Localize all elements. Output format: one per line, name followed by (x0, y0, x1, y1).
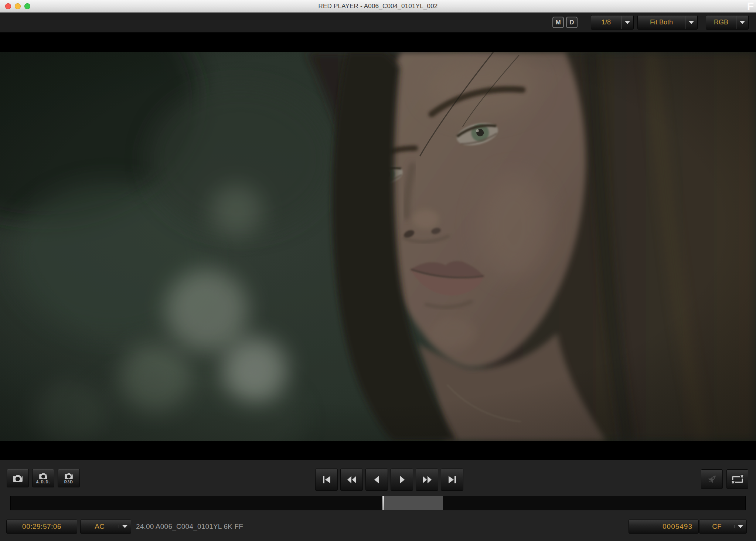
snapshot-r3d-label: R3D (64, 480, 74, 484)
skip-to-start-icon (322, 476, 331, 484)
rewind-button[interactable] (340, 469, 363, 491)
timeline-playhead[interactable] (382, 496, 384, 510)
timecode-mode-arrow-button[interactable] (119, 525, 131, 528)
media-type-arrow-button[interactable] (734, 525, 746, 528)
fit-mode-dropdown[interactable]: Fit Both (637, 15, 698, 30)
play-icon (397, 476, 407, 484)
camera-icon (64, 472, 74, 480)
snapshot-add-label: A.D.D. (36, 480, 51, 484)
chevron-down-icon (122, 525, 127, 528)
video-stage (0, 33, 756, 460)
snapshot-add-button[interactable]: A.D.D. (32, 469, 54, 487)
zoom-level-value: 1/8 (591, 16, 621, 29)
step-back-button[interactable] (365, 469, 388, 491)
control-bar: A.D.D. R3D (0, 460, 756, 541)
titlebar: RED PLAYER - A006_C004_0101YL_002 F (0, 0, 756, 13)
timecode-mode-dropdown[interactable]: AC (80, 520, 131, 534)
rocket-icon (706, 473, 718, 485)
channel-value: RGB (706, 16, 736, 29)
snapshot-r3d-button[interactable]: R3D (58, 469, 80, 487)
watermark-f: F (747, 0, 754, 12)
top-toolbar: M D 1/8 Fit Both RGB (0, 13, 756, 33)
camera-icon (38, 472, 48, 480)
media-type-dropdown[interactable]: CF (699, 520, 747, 534)
viewport-fit-button[interactable] (726, 469, 748, 489)
zoom-level-arrow-button[interactable] (621, 16, 633, 29)
display-toggle-button[interactable]: D (566, 17, 578, 28)
utility-buttons (701, 469, 748, 489)
skip-to-end-icon (447, 476, 457, 484)
red-rocket-button[interactable] (701, 469, 723, 489)
frame-counter-display[interactable]: 0005493 (629, 520, 699, 534)
video-viewport[interactable] (0, 52, 756, 441)
fast-forward-button[interactable] (416, 469, 438, 491)
red-player-window: RED PLAYER - A006_C004_0101YL_002 F M D … (0, 0, 756, 541)
timecode-mode-value: AC (81, 523, 119, 531)
monitor-toggle-label: M (555, 19, 561, 26)
fit-mode-value: Fit Both (638, 16, 685, 29)
skip-to-start-button[interactable] (315, 469, 338, 491)
fast-forward-icon (422, 476, 432, 484)
media-type-value: CF (699, 523, 734, 531)
chevron-down-icon (738, 525, 743, 528)
snapshot-group: A.D.D. R3D (7, 469, 80, 487)
skip-to-end-button[interactable] (441, 469, 463, 491)
clip-info-text: 24.00 A006_C004_0101YL 6K FF (136, 520, 243, 534)
transport-controls (315, 469, 463, 491)
video-frame-image (0, 52, 756, 441)
window-title: RED PLAYER - A006_C004_0101YL_002 (0, 0, 756, 13)
viewport-fit-icon (731, 474, 744, 484)
rewind-icon (347, 476, 357, 484)
snapshot-button[interactable] (7, 469, 29, 487)
play-button[interactable] (391, 469, 413, 491)
camera-icon (12, 474, 23, 483)
timeline-scrubber[interactable] (10, 496, 746, 510)
monitor-toggle-button[interactable]: M (552, 17, 564, 28)
chevron-down-icon (625, 21, 630, 24)
channel-arrow-button[interactable] (736, 16, 748, 29)
channel-dropdown[interactable]: RGB (706, 15, 749, 30)
fit-mode-arrow-button[interactable] (685, 16, 697, 29)
timeline-buffer-segment (384, 496, 443, 510)
step-back-icon (372, 476, 382, 484)
timecode-display[interactable]: 00:29:57:06 (6, 520, 77, 534)
chevron-down-icon (689, 21, 694, 24)
zoom-level-dropdown[interactable]: 1/8 (591, 15, 634, 30)
display-toggle-label: D (569, 19, 574, 26)
chevron-down-icon (740, 21, 745, 24)
